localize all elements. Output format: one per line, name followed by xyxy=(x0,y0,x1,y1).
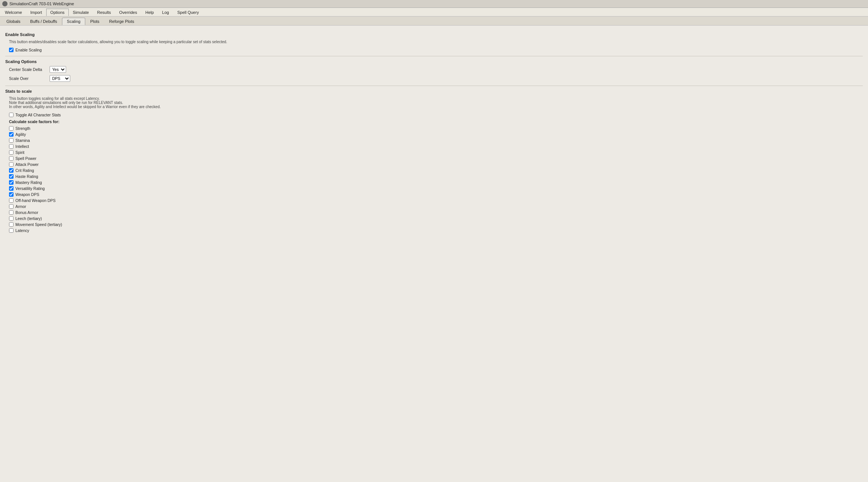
enable-scaling-header: Enable Scaling xyxy=(5,32,863,37)
menu-item-results[interactable]: Results xyxy=(93,9,115,16)
stat-checkbox-mastery-rating[interactable] xyxy=(9,180,14,185)
app-icon xyxy=(2,1,8,6)
content-area: Enable Scaling This button enables/disab… xyxy=(0,26,868,482)
stat-checkbox-stamina[interactable] xyxy=(9,138,14,143)
stat-label-intellect: Intellect xyxy=(15,144,29,149)
stat-row-off-hand-weapon-dps: Off-hand Weapon DPS xyxy=(5,197,863,203)
tab-reforge-plots[interactable]: Reforge Plots xyxy=(104,18,139,25)
stat-checkbox-movement-speed[interactable] xyxy=(9,222,14,227)
stat-row-stamina: Stamina xyxy=(5,137,863,143)
stat-label-armor: Armor xyxy=(15,204,26,209)
center-scale-delta-select[interactable]: Yes No xyxy=(50,66,66,73)
stat-checkbox-armor[interactable] xyxy=(9,204,14,209)
tabs-bar: GlobalsBuffs / DebuffsScalingPlotsReforg… xyxy=(0,17,868,26)
title-bar: SimulationCraft 703-01 WebEngine xyxy=(0,0,868,8)
stat-label-latency: Latency xyxy=(15,228,29,233)
stats-desc1: This button toggles scaling for all stat… xyxy=(5,95,863,110)
stat-label-agility: Agility xyxy=(15,132,26,137)
stat-label-movement-speed: Movement Speed (tertiary) xyxy=(15,222,62,227)
stat-row-leech: Leech (tertiary) xyxy=(5,215,863,221)
stat-row-movement-speed: Movement Speed (tertiary) xyxy=(5,221,863,227)
stat-label-attack-power: Attack Power xyxy=(15,162,39,167)
stat-label-leech: Leech (tertiary) xyxy=(15,216,42,221)
menu-item-import[interactable]: Import xyxy=(26,9,46,16)
enable-scaling-description: This button enables/disables scale facto… xyxy=(5,38,863,45)
stat-checkbox-off-hand-weapon-dps[interactable] xyxy=(9,198,14,203)
stat-row-spell-power: Spell Power xyxy=(5,155,863,161)
stat-checkbox-spirit[interactable] xyxy=(9,150,14,155)
scale-over-select[interactable]: DPS HPS DTPS xyxy=(50,75,70,82)
stat-row-latency: Latency xyxy=(5,227,863,233)
stat-checkbox-versatility-rating[interactable] xyxy=(9,186,14,191)
menu-item-help[interactable]: Help xyxy=(141,9,158,16)
stat-checkbox-weapon-dps[interactable] xyxy=(9,192,14,197)
stat-label-strength: Strength xyxy=(15,126,30,131)
stat-label-off-hand-weapon-dps: Off-hand Weapon DPS xyxy=(15,198,56,203)
stat-row-weapon-dps: Weapon DPS xyxy=(5,191,863,197)
stat-label-versatility-rating: Versatility Rating xyxy=(15,186,45,191)
stat-label-weapon-dps: Weapon DPS xyxy=(15,192,39,197)
menu-bar: WelcomeImportOptionsSimulateResultsOverr… xyxy=(0,8,868,17)
stat-checkbox-attack-power[interactable] xyxy=(9,162,14,167)
toggle-all-label: Toggle All Character Stats xyxy=(15,113,61,117)
stat-checkbox-strength[interactable] xyxy=(9,126,14,131)
stat-checkbox-bonus-armor[interactable] xyxy=(9,210,14,215)
title-text: SimulationCraft 703-01 WebEngine xyxy=(9,2,74,6)
stat-checkbox-crit-rating[interactable] xyxy=(9,168,14,173)
stat-row-intellect: Intellect xyxy=(5,143,863,149)
stats-list: StrengthAgilityStaminaIntellectSpiritSpe… xyxy=(5,125,863,233)
stat-row-mastery-rating: Mastery Rating xyxy=(5,179,863,185)
stat-label-crit-rating: Crit Rating xyxy=(15,168,34,173)
stat-row-agility: Agility xyxy=(5,131,863,137)
tab-buffs-debuffs[interactable]: Buffs / Debuffs xyxy=(25,18,62,25)
center-scale-delta-row: Center Scale Delta Yes No xyxy=(5,65,863,74)
stats-to-scale-header: Stats to scale xyxy=(5,89,863,93)
stat-label-mastery-rating: Mastery Rating xyxy=(15,180,42,185)
stat-checkbox-spell-power[interactable] xyxy=(9,156,14,161)
scaling-options-header: Scaling Options xyxy=(5,59,863,64)
calculate-scale-factors-label: Calculate scale factors for: xyxy=(5,118,863,125)
scale-over-label: Scale Over xyxy=(9,76,47,81)
menu-item-log[interactable]: Log xyxy=(158,9,173,16)
stat-row-haste-rating: Haste Rating xyxy=(5,173,863,179)
enable-scaling-label: Enable Scaling xyxy=(15,48,42,52)
tab-scaling[interactable]: Scaling xyxy=(62,18,85,25)
stat-label-haste-rating: Haste Rating xyxy=(15,174,38,179)
stat-checkbox-latency[interactable] xyxy=(9,228,14,233)
enable-scaling-checkbox[interactable] xyxy=(9,48,14,52)
toggle-all-row: Toggle All Character Stats xyxy=(5,112,863,118)
tab-plots[interactable]: Plots xyxy=(85,18,104,25)
stat-label-spirit: Spirit xyxy=(15,150,24,155)
stat-label-stamina: Stamina xyxy=(15,138,30,143)
stat-row-attack-power: Attack Power xyxy=(5,161,863,167)
stat-row-strength: Strength xyxy=(5,125,863,131)
stat-row-crit-rating: Crit Rating xyxy=(5,167,863,173)
stat-checkbox-agility[interactable] xyxy=(9,132,14,137)
menu-item-overrides[interactable]: Overrides xyxy=(115,9,141,16)
stat-row-spirit: Spirit xyxy=(5,149,863,155)
menu-item-options[interactable]: Options xyxy=(46,9,69,16)
stat-row-bonus-armor: Bonus Armor xyxy=(5,209,863,215)
stat-label-bonus-armor: Bonus Armor xyxy=(15,210,38,215)
menu-item-spell-query[interactable]: Spell Query xyxy=(173,9,203,16)
stat-checkbox-haste-rating[interactable] xyxy=(9,174,14,179)
center-scale-delta-label: Center Scale Delta xyxy=(9,67,47,72)
enable-scaling-row: Enable Scaling xyxy=(5,47,863,53)
stat-checkbox-intellect[interactable] xyxy=(9,144,14,149)
menu-item-welcome[interactable]: Welcome xyxy=(1,9,26,16)
stat-row-armor: Armor xyxy=(5,203,863,209)
stat-checkbox-leech[interactable] xyxy=(9,216,14,221)
scale-over-row: Scale Over DPS HPS DTPS xyxy=(5,74,863,83)
stat-label-spell-power: Spell Power xyxy=(15,156,36,161)
stat-row-versatility-rating: Versatility Rating xyxy=(5,185,863,191)
tab-globals[interactable]: Globals xyxy=(2,18,25,25)
toggle-all-checkbox[interactable] xyxy=(9,113,14,117)
menu-item-simulate[interactable]: Simulate xyxy=(69,9,93,16)
